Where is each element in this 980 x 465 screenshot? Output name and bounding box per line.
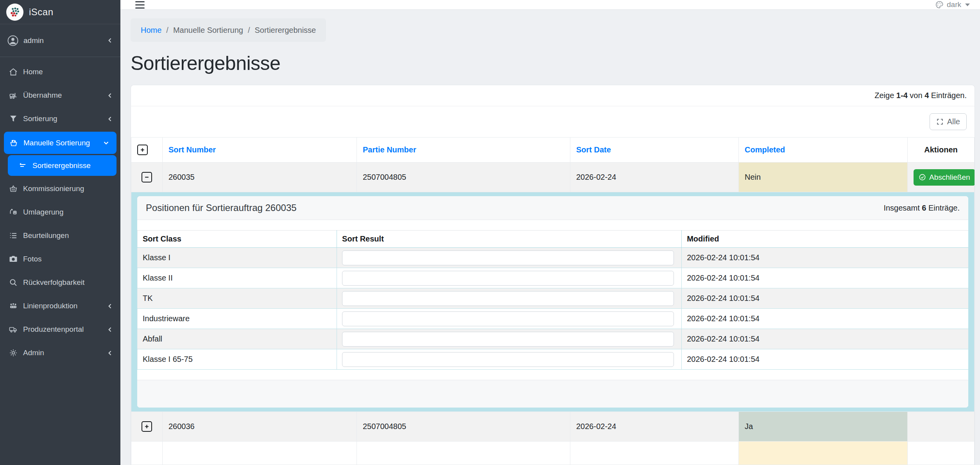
sidebar-item-label: Umlagerung: [23, 208, 113, 216]
sidebar-item-fotos[interactable]: Fotos: [0, 247, 120, 271]
summary-total: 4: [924, 91, 929, 100]
column-header-sort-date[interactable]: Sort Date: [570, 138, 739, 163]
results-card: Zeige 1-4 von 4 Einträgen. Alle: [131, 85, 975, 465]
detail-footer: [137, 380, 968, 408]
expand-row-toggle-icon[interactable]: [142, 421, 152, 432]
breadcrumb-item: Sortierergebnisse: [254, 26, 316, 35]
column-header-sort-class: Sort Class: [138, 231, 337, 248]
chevron-left-icon: [107, 37, 113, 44]
theme-dropdown[interactable]: dark: [935, 0, 970, 9]
sidebar-item-label: Kommissionierung: [23, 184, 113, 193]
expand-all-button[interactable]: Alle: [930, 113, 967, 130]
breadcrumb-separator: /: [166, 26, 168, 35]
iscan-logo-icon: [6, 4, 23, 21]
truck-icon: [9, 325, 18, 334]
table-toolbar: Alle: [131, 106, 975, 137]
detail-body: Sort Class Sort Result Modified: [137, 220, 968, 380]
sidebar-user-label: admin: [23, 36, 102, 45]
sidebar-item-linienproduktion[interactable]: Linienproduktion: [0, 294, 120, 318]
cell-partie-number: 2507004805: [357, 412, 570, 442]
cell-sort-number: 260036: [163, 412, 357, 442]
palette-icon: [935, 0, 944, 9]
sidebar-item-sortierergebnisse[interactable]: Sortierergebnisse: [8, 155, 116, 176]
table-row: 260035 2507004805 2026-02-24 Nein Abschl…: [131, 163, 975, 192]
column-header-sort-result: Sort Result: [337, 231, 682, 248]
cell-sort-date: [570, 442, 739, 465]
cell-partie-number: [357, 442, 570, 465]
cell-partie-number: 2507004805: [357, 163, 570, 192]
sidebar-item-label: Linienproduktion: [23, 302, 102, 310]
chevron-left-icon: [107, 326, 113, 333]
cell-sort-class: Klasse II: [138, 268, 337, 288]
sort-result-input[interactable]: [342, 271, 674, 286]
sidebar-item-uebernahme[interactable]: Übernahme: [0, 84, 120, 107]
sidebar-item-label: Admin: [23, 349, 102, 357]
app-window: iScan admin Home Übernahme: [0, 0, 980, 465]
column-header-completed[interactable]: Completed: [739, 138, 908, 163]
column-header-partie-number[interactable]: Partie Number: [357, 138, 570, 163]
sidebar-item-rueckverfolgbarkeit[interactable]: Rückverfolgbarkeit: [0, 271, 120, 294]
cell-completed: Ja: [739, 412, 908, 442]
sort-result-input[interactable]: [342, 311, 674, 326]
sidebar-item-beurteilungen[interactable]: Beurteilungen: [0, 224, 120, 247]
fruit-basket-icon: [9, 138, 18, 148]
sidebar-item-label: Sortierergebnisse: [32, 161, 109, 170]
sort-result-input[interactable]: [342, 352, 674, 367]
sidebar-toggle-button[interactable]: [135, 1, 145, 9]
column-header-modified: Modified: [682, 231, 968, 248]
cell-modified: 2026-02-24 10:01:54: [682, 349, 968, 370]
breadcrumb-separator: /: [248, 26, 250, 35]
sidebar-item-label: Fotos: [23, 255, 113, 263]
sidebar-item-home[interactable]: Home: [0, 60, 120, 84]
position-row: Klasse I 65-75 2026-02-24 10:01:54: [138, 349, 969, 370]
sidebar-item-admin[interactable]: Admin: [0, 341, 120, 365]
sidebar-item-kommissionierung[interactable]: Kommissionierung: [0, 177, 120, 200]
sidebar-item-sortierung[interactable]: Sortierung: [0, 107, 120, 131]
funnel-icon: [9, 114, 18, 123]
user-circle-icon: [7, 35, 19, 46]
table-row: 260036 2507004805 2026-02-24 Ja: [131, 412, 975, 442]
position-row: Klasse II 2026-02-24 10:01:54: [138, 268, 969, 288]
cell-sort-number: 260035: [163, 163, 357, 192]
brand: iScan: [0, 0, 120, 24]
chevron-left-icon: [107, 92, 113, 99]
sidebar-item-produzentenportal[interactable]: Produzentenportal: [0, 318, 120, 341]
search-icon: [9, 278, 18, 287]
chevron-left-icon: [107, 116, 113, 122]
sidebar-item-umlagerung[interactable]: Umlagerung: [0, 200, 120, 224]
forklift-icon: [9, 91, 18, 100]
position-row: TK 2026-02-24 10:01:54: [138, 288, 969, 309]
expand-all-toggle-icon[interactable]: [137, 145, 148, 155]
sort-result-input[interactable]: [342, 250, 674, 265]
cell-sort-date: 2026-02-24: [570, 412, 739, 442]
sidebar-user-menu[interactable]: admin: [0, 24, 120, 57]
column-header-sort-number[interactable]: Sort Number: [163, 138, 357, 163]
detail-header: Positionen für Sortierauftrag 260035 Ins…: [137, 196, 968, 220]
cell-modified: 2026-02-24 10:01:54: [682, 329, 968, 349]
check-circle-icon: [919, 173, 926, 181]
sidebar-item-label: Übernahme: [23, 91, 102, 100]
sort-result-input[interactable]: [342, 291, 674, 306]
position-row: Klasse I 2026-02-24 10:01:54: [138, 248, 969, 268]
sidebar-item-label: Beurteilungen: [23, 231, 113, 240]
cell-modified: 2026-02-24 10:01:54: [682, 268, 968, 288]
camera-icon: [9, 254, 18, 264]
cell-sort-class: Klasse I 65-75: [138, 349, 337, 370]
cell-sort-date: 2026-02-24: [570, 163, 739, 192]
transfer-icon: [9, 207, 18, 217]
chevron-left-icon: [107, 350, 113, 356]
breadcrumb-home-link[interactable]: Home: [141, 26, 161, 35]
breadcrumb: Home / Manuelle Sortierung / Sortiererge…: [131, 18, 326, 42]
home-icon: [9, 67, 18, 77]
theme-label: dark: [947, 0, 961, 9]
abschliessen-button[interactable]: Abschließen: [914, 169, 975, 186]
cell-sort-number: [163, 442, 357, 465]
cell-completed: Nein: [739, 163, 908, 192]
chevron-down-icon: [103, 140, 109, 146]
sort-result-input[interactable]: [342, 332, 674, 347]
collapse-row-toggle-icon[interactable]: [142, 172, 152, 182]
main-area: dark Home / Manuelle Sortierung / Sortie…: [120, 0, 980, 465]
page-title: Sortierergebnisse: [131, 52, 975, 75]
sidebar-item-manuelle-sortierung[interactable]: Manuelle Sortierung: [4, 132, 116, 154]
sidebar: iScan admin Home Übernahme: [0, 0, 120, 465]
